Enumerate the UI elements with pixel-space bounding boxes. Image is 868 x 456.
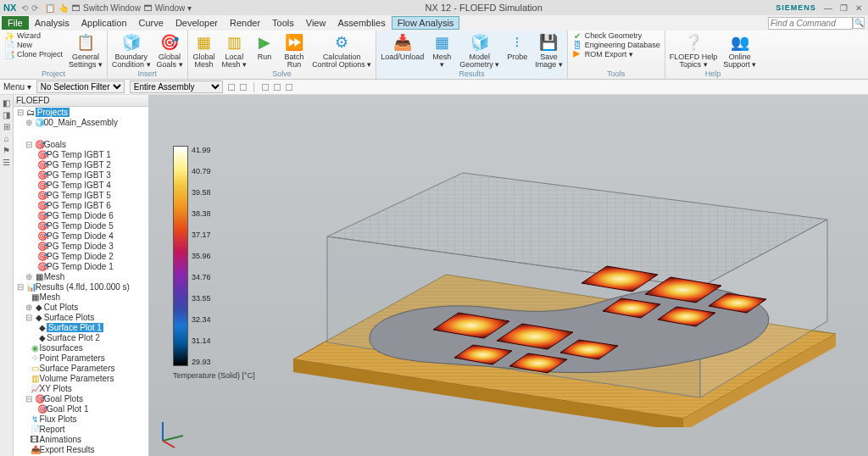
calc-options-button[interactable]: ⚙Calculation Control Options ▾ — [310, 31, 373, 70]
3d-viewport[interactable]: 41.99 40.79 39.58 38.38 37.17 35.96 34.7… — [149, 95, 868, 456]
command-search-input[interactable] — [768, 17, 853, 30]
undo-icon[interactable]: ⟲ — [21, 3, 28, 13]
wizard-button[interactable]: ✨Wizard — [3, 31, 64, 40]
save-image-button[interactable]: 💾Save Image ▾ — [533, 31, 565, 70]
tree-node-xy-plots[interactable]: 📈XY Plots — [14, 383, 148, 393]
filter-chip-icon[interactable] — [286, 84, 292, 91]
dock-tab-icon[interactable]: ⌂ — [3, 134, 8, 143]
legend-tick: 39.58 — [192, 188, 211, 197]
tree-node-projects[interactable]: ⊟ 🗂Projects — [14, 107, 148, 117]
tab-render[interactable]: Render — [224, 16, 266, 30]
tab-tools[interactable]: Tools — [266, 16, 300, 30]
tree-node-flux-plots[interactable]: ↯Flux Plots — [14, 414, 148, 424]
load-unload-button[interactable]: 📥Load/Unload — [379, 31, 426, 62]
filter-chip-icon[interactable] — [240, 84, 247, 91]
tree-goal-item[interactable]: 🎯PG Temp Diode 5 — [14, 220, 148, 231]
tree-node-goal-plots[interactable]: ⊟ 🎯Goal Plots — [14, 393, 148, 403]
tree-goal-item[interactable]: 🎯PG Temp IGBT 4 — [14, 180, 148, 190]
check-geometry-button[interactable]: ✔Check Geometry — [570, 31, 662, 40]
tree-goal-item[interactable]: 🎯PG Temp IGBT 2 — [14, 159, 148, 170]
online-support-button[interactable]: 👥Online Support ▾ — [721, 31, 758, 70]
tree-node-isosurfaces[interactable]: ◉Isosurfaces — [14, 342, 148, 353]
tree-goal-item[interactable]: 🎯PG Temp IGBT 1 — [14, 149, 148, 159]
new-button[interactable]: 📄New — [3, 41, 64, 49]
dock-tab-icon[interactable]: ⚑ — [3, 146, 10, 155]
tree-node-results[interactable]: ⊟ 📊Results (4.fld, 100.000 s) — [14, 281, 148, 292]
minimize-button[interactable]: — — [824, 3, 832, 13]
batch-run-button[interactable]: ⏩Batch Run — [281, 31, 308, 70]
group-label-help: Help — [668, 70, 759, 78]
dock-tab-icon[interactable]: ☰ — [3, 158, 10, 167]
tree-node-surface-plots[interactable]: ⊟ ◆Surface Plots — [14, 312, 148, 322]
tab-assemblies[interactable]: Assemblies — [331, 16, 391, 30]
tree-node-surface-params[interactable]: ▭Surface Parameters — [14, 363, 148, 373]
tree-goal-item[interactable]: 🎯PG Temp Diode 1 — [14, 261, 148, 271]
tab-curve[interactable]: Curve — [133, 16, 170, 30]
redo-icon[interactable]: ⟳ — [31, 3, 38, 13]
tree-goal-item[interactable]: 🎯PG Temp IGBT 3 — [14, 170, 148, 180]
siemens-brand: SIEMENS — [776, 3, 816, 12]
switch-window-button[interactable]: 🗔 Switch Window — [72, 3, 141, 13]
tree-goal-item[interactable]: 🎯PG Temp IGBT 5 — [14, 190, 148, 200]
filter-chip-icon[interactable] — [274, 84, 281, 91]
feature-tree[interactable]: FLOEFD ⊟ 🗂Projects ⊕ 🧊00_Main_Assembly ⊟… — [14, 95, 149, 456]
touch-icon[interactable]: 👆 — [58, 3, 69, 13]
local-mesh-button[interactable]: ▥Local Mesh ▾ — [220, 31, 249, 70]
thermal-model — [242, 139, 853, 427]
group-label-tools: Tools — [570, 70, 662, 78]
tree-node-goal-plot-1[interactable]: 🎯Goal Plot 1 — [14, 403, 148, 414]
tree-node-cut-plots[interactable]: ⊕ ◆Cut Plots — [14, 302, 148, 312]
tree-node-surface-plot-2[interactable]: ◆Surface Plot 2 — [14, 332, 148, 342]
probe-button[interactable]: ⁝Probe — [504, 31, 531, 62]
tree-node-report[interactable]: 📄Report — [14, 424, 148, 434]
general-settings-button[interactable]: 📋General Settings ▾ — [67, 31, 104, 70]
boundary-condition-button[interactable]: 🧊Boundary Condition ▾ — [110, 31, 153, 70]
tree-node-surface-plot-1[interactable]: ◆Surface Plot 1 — [14, 322, 148, 332]
svg-line-20 — [163, 441, 175, 448]
eng-database-button[interactable]: 🗄Engineering Database — [570, 41, 662, 49]
filter-chip-icon[interactable] — [262, 84, 269, 91]
dock-tab-icon[interactable]: ◧ — [3, 98, 10, 108]
clone-project-button[interactable]: 📑Clone Project — [3, 50, 64, 58]
tree-goal-item[interactable]: 🎯PG Temp Diode 3 — [14, 241, 148, 251]
tree-node-point-params[interactable]: ⁘Point Parameters — [14, 353, 148, 363]
tree-node-mesh[interactable]: ⊕ ▦Mesh — [14, 271, 148, 281]
tree-goal-item[interactable]: 🎯PG Temp IGBT 6 — [14, 200, 148, 210]
search-icon[interactable]: 🔍 — [853, 17, 865, 29]
tree-node-goals[interactable]: ⊟ 🎯Goals — [14, 139, 148, 149]
rom-export-button[interactable]: ⯈ROM Export ▾ — [570, 50, 662, 58]
results-mesh-button[interactable]: ▦Mesh ▾ — [428, 31, 455, 70]
global-mesh-button[interactable]: ▦Global Mesh — [191, 31, 218, 70]
tree-node-export-results[interactable]: 📤Export Results — [14, 444, 148, 454]
model-geometry-button[interactable]: 🧊Model Geometry ▾ — [458, 31, 501, 70]
selection-filter-dropdown[interactable]: No Selection Filter — [36, 81, 125, 93]
view-triad[interactable] — [154, 415, 188, 451]
tab-analysis[interactable]: Analysis — [29, 16, 75, 30]
global-goals-button[interactable]: 🎯Global Goals ▾ — [155, 31, 185, 70]
tab-flow-analysis[interactable]: Flow Analysis — [392, 16, 460, 30]
tab-application[interactable]: Application — [75, 16, 133, 30]
paste-icon[interactable]: 📋 — [45, 3, 55, 13]
menu-dropdown[interactable]: Menu ▾ — [3, 82, 31, 92]
tree-node-main-assembly[interactable]: ⊕ 🧊00_Main_Assembly — [14, 117, 148, 127]
restore-button[interactable]: ❐ — [840, 3, 848, 13]
close-button[interactable]: ✕ — [855, 3, 862, 13]
tree-node-volume-params[interactable]: ▥Volume Parameters — [14, 373, 148, 383]
nx-logo: NX — [3, 3, 16, 13]
tab-file[interactable]: File — [2, 16, 29, 30]
dock-tab-icon[interactable]: ◨ — [3, 110, 10, 120]
tab-developer[interactable]: Developer — [170, 16, 224, 30]
run-button[interactable]: ▶Run — [251, 31, 278, 62]
tree-goal-item[interactable]: 🎯PG Temp Diode 2 — [14, 251, 148, 261]
tree-goal-item[interactable]: 🎯PG Temp Diode 4 — [14, 231, 148, 241]
tree-node-results-mesh[interactable]: ▦Mesh — [14, 292, 148, 302]
filter-chip-icon[interactable] — [228, 84, 235, 91]
tab-view[interactable]: View — [300, 16, 332, 30]
group-label-results: Results — [379, 70, 565, 78]
dock-tab-icon[interactable]: ⊞ — [3, 122, 10, 131]
assembly-scope-dropdown[interactable]: Entire Assembly — [130, 81, 223, 93]
tree-goal-item[interactable]: 🎯PG Temp Diode 6 — [14, 210, 148, 220]
tree-node-animations[interactable]: 🎞Animations — [14, 434, 148, 444]
help-topics-button[interactable]: ❔FLOEFD Help Topics ▾ — [668, 31, 720, 70]
window-menu-button[interactable]: 🗔 Window ▾ — [144, 3, 192, 13]
